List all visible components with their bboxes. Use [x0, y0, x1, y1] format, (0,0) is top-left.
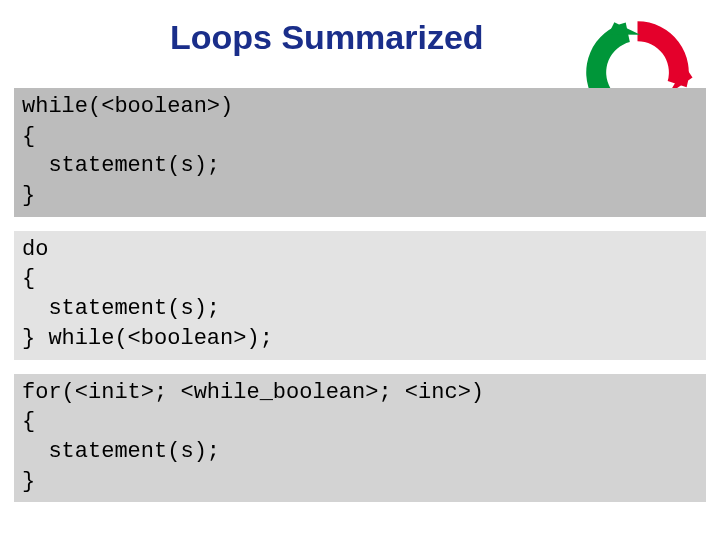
slide: Loops Summarized whil [0, 0, 720, 540]
arrow-red [638, 21, 693, 94]
spacer [14, 360, 706, 374]
for-loop-block: for(<init>; <while_boolean>; <inc>) { st… [14, 374, 706, 503]
while-loop-block: while(<boolean>) { statement(s); } [14, 88, 706, 217]
do-while-loop-block: do { statement(s); } while(<boolean>); [14, 231, 706, 360]
slide-title: Loops Summarized [170, 18, 484, 57]
code-blocks: while(<boolean>) { statement(s); } do { … [14, 88, 706, 502]
spacer [14, 217, 706, 231]
